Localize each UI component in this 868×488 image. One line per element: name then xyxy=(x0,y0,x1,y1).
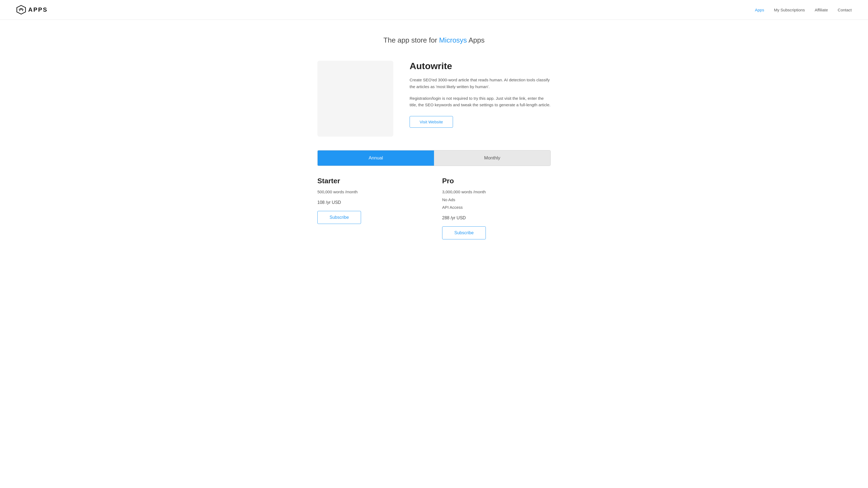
hero-brand: Microsys xyxy=(439,36,467,44)
pro-feature3: API Access xyxy=(442,204,551,210)
pricing-tabs: Annual Monthly xyxy=(317,150,551,166)
pricing-plans: Starter 500,000 words /month 108 /yr USD… xyxy=(317,177,551,239)
pro-feature2: No Ads xyxy=(442,197,551,203)
main-nav: Apps My Subscriptions Affiliate Contact xyxy=(755,8,852,12)
starter-price: 108 /yr USD xyxy=(317,200,426,205)
hero-title: The app store for Microsys Apps xyxy=(317,36,551,44)
nav-affiliate[interactable]: Affiliate xyxy=(814,8,828,12)
logo-text: APPS xyxy=(28,6,48,13)
starter-name: Starter xyxy=(317,177,426,185)
starter-subscribe-button[interactable]: Subscribe xyxy=(317,211,361,224)
pro-name: Pro xyxy=(442,177,551,185)
plan-starter: Starter 500,000 words /month 108 /yr USD… xyxy=(317,177,426,239)
nav-subscriptions[interactable]: My Subscriptions xyxy=(774,8,805,12)
logo-icon xyxy=(16,5,26,14)
hero-prefix: The app store for xyxy=(383,36,439,44)
app-image xyxy=(317,61,393,137)
svg-marker-0 xyxy=(17,5,26,14)
tab-annual[interactable]: Annual xyxy=(318,151,434,166)
hero-suffix: Apps xyxy=(467,36,485,44)
app-name: Autowrite xyxy=(410,61,551,71)
app-desc-2: Registration/login is not required to tr… xyxy=(410,95,551,109)
plan-pro: Pro 3,000,000 words /month No Ads API Ac… xyxy=(442,177,551,239)
pro-price: 288 /yr USD xyxy=(442,216,551,220)
header: APPS Apps My Subscriptions Affiliate Con… xyxy=(0,0,868,20)
pro-subscribe-button[interactable]: Subscribe xyxy=(442,226,486,239)
starter-feature1: 500,000 words /month xyxy=(317,189,426,195)
nav-apps[interactable]: Apps xyxy=(755,8,764,12)
pro-feature1: 3,000,000 words /month xyxy=(442,189,551,195)
visit-website-button[interactable]: Visit Website xyxy=(410,116,453,128)
tab-monthly[interactable]: Monthly xyxy=(434,151,550,166)
app-desc-1: Create SEO'ed 3000-word article that rea… xyxy=(410,77,551,90)
app-info: Autowrite Create SEO'ed 3000-word articl… xyxy=(410,61,551,137)
logo[interactable]: APPS xyxy=(16,5,48,14)
app-section: Autowrite Create SEO'ed 3000-word articl… xyxy=(317,61,551,137)
main-content: The app store for Microsys Apps Autowrit… xyxy=(312,20,556,261)
nav-contact[interactable]: Contact xyxy=(838,8,852,12)
